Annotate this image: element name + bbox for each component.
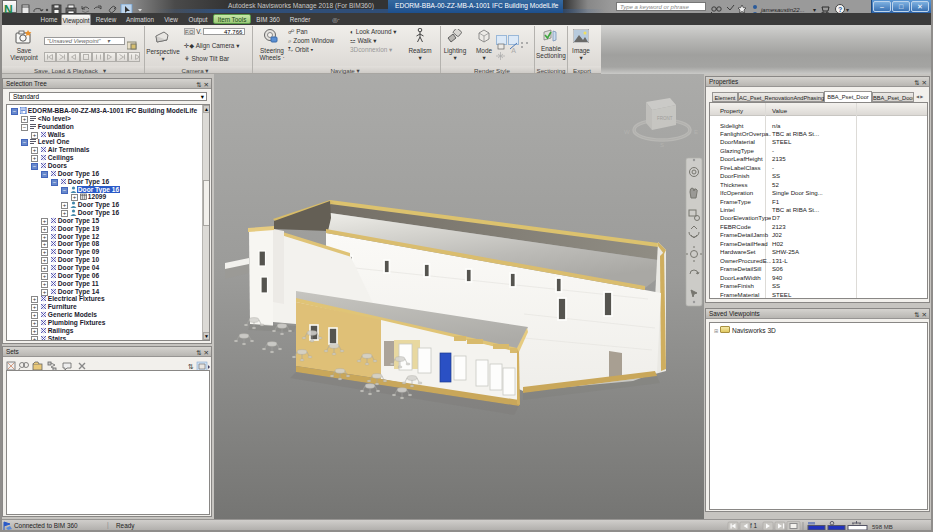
svg-text:⇅: ⇅ xyxy=(188,363,194,370)
svg-text:FRONT: FRONT xyxy=(657,116,673,121)
svg-text:?: ? xyxy=(838,6,842,13)
svg-text:W: W xyxy=(624,129,630,135)
svg-text:E: E xyxy=(694,129,698,135)
svg-text:598 MB: 598 MB xyxy=(872,524,893,530)
svg-text:S: S xyxy=(660,142,664,148)
